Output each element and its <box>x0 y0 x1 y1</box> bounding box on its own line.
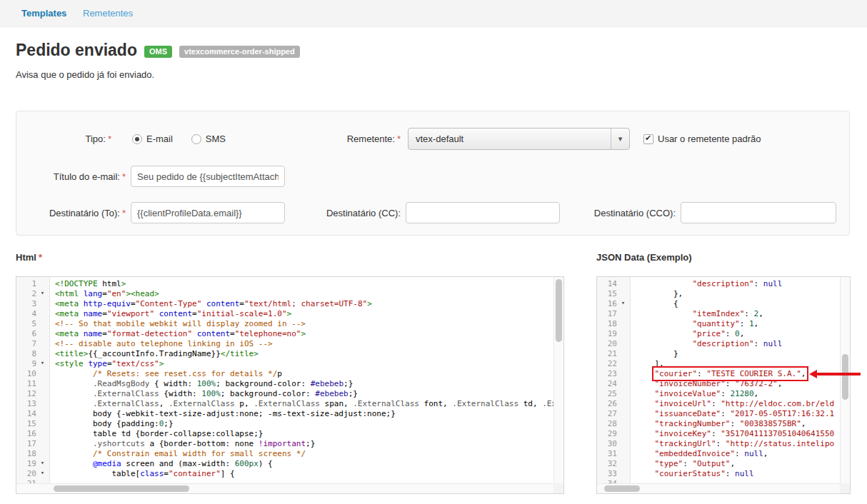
code-line: <meta http-equiv="Content-Type" content=… <box>55 299 553 309</box>
fold-icon[interactable] <box>617 339 629 349</box>
line-number: 20 <box>597 339 630 349</box>
fold-icon[interactable]: ▾ <box>36 469 49 479</box>
code-line: <!-- disable auto telephone linking in i… <box>55 339 553 349</box>
code-line: "embeddedInvoice": null, <box>636 449 840 459</box>
code-line: { <box>636 299 840 309</box>
fold-icon[interactable] <box>617 359 629 369</box>
code-line: "courierStatus": null <box>636 469 840 479</box>
code-line: "price": 0, <box>636 329 840 339</box>
fold-icon[interactable] <box>617 439 629 449</box>
json-editor-code[interactable]: "description": null }, { "itemIndex": 2,… <box>631 277 840 483</box>
fold-icon[interactable] <box>617 469 629 479</box>
destinatario-cc-label: Destinatário (CC): <box>252 202 401 224</box>
code-line: <!-- So that mobile webkit will display … <box>55 319 553 329</box>
line-number: 22 <box>597 359 630 369</box>
fold-icon[interactable] <box>36 399 49 409</box>
line-number: 21 <box>597 349 630 359</box>
fold-icon[interactable] <box>617 309 629 319</box>
fold-icon[interactable]: ▾ <box>36 459 49 469</box>
fold-icon[interactable] <box>617 419 629 429</box>
fold-icon[interactable] <box>617 429 629 439</box>
fold-icon[interactable] <box>36 429 49 439</box>
fold-icon[interactable] <box>36 369 49 379</box>
chevron-down-icon <box>611 128 629 149</box>
code-line: "quantity": 1, <box>636 319 840 329</box>
json-editor-vertical-scrollbar[interactable] <box>840 277 850 483</box>
code-line: <meta name="viewport" content="initial-s… <box>55 309 553 319</box>
line-number: 14 <box>16 409 49 419</box>
code-line: body {padding:0;} <box>55 419 553 429</box>
radio-sms[interactable] <box>191 134 201 144</box>
html-code-editor[interactable]: 12▾3456789▾10111213141516171819▾20▾21 <!… <box>16 276 564 494</box>
fold-icon[interactable] <box>617 399 629 409</box>
fold-icon[interactable] <box>617 349 629 359</box>
fold-icon[interactable] <box>617 319 629 329</box>
required-asterisk: * <box>397 133 401 144</box>
json-editor-horizontal-scrollbar[interactable] <box>597 483 840 493</box>
fold-icon[interactable] <box>36 449 49 459</box>
html-editor-horizontal-scrollbar[interactable] <box>16 483 553 493</box>
to-label-text: Destinatário (To): <box>49 208 120 218</box>
scrollbar-thumb[interactable] <box>54 485 189 492</box>
titulo-email-input[interactable] <box>131 166 285 187</box>
fold-icon[interactable] <box>617 409 629 419</box>
fold-icon[interactable] <box>617 329 629 339</box>
fold-icon[interactable] <box>617 379 629 389</box>
remetente-select[interactable]: vtex-default <box>408 128 630 150</box>
code-line: .yshortcuts a {border-bottom: none !impo… <box>55 439 553 449</box>
line-number: 4 <box>16 309 49 319</box>
code-line: .ReadMsgBody { width: 100%; background-c… <box>55 379 553 389</box>
fold-icon[interactable] <box>617 289 629 299</box>
code-line: <style type="text/css"> <box>55 359 553 369</box>
destinatario-to-label: Destinatário (To):* <box>16 202 126 224</box>
destinatario-cco-input[interactable] <box>681 202 836 223</box>
vtex-message-center-template-page: Templates Remetentes Pedido enviado OMS … <box>0 0 867 504</box>
fold-icon[interactable] <box>36 379 49 389</box>
code-line: body {-webkit-text-size-adjust:none; -ms… <box>55 409 553 419</box>
html-editor-code[interactable]: <!DOCTYPE html><html lang="en"><head><me… <box>51 277 553 483</box>
tab-templates[interactable]: Templates <box>21 8 66 19</box>
fold-icon[interactable] <box>36 349 49 359</box>
fold-icon[interactable] <box>36 329 49 339</box>
fold-icon[interactable] <box>617 449 629 459</box>
fold-icon[interactable] <box>36 409 49 419</box>
fold-icon[interactable] <box>36 439 49 449</box>
usar-remetente-checkbox[interactable] <box>643 134 653 144</box>
fold-icon[interactable] <box>36 309 49 319</box>
fold-icon[interactable] <box>617 459 629 469</box>
fold-icon[interactable]: ▾ <box>36 359 49 369</box>
scrollbar-corner <box>553 483 563 493</box>
fold-icon[interactable] <box>36 279 49 289</box>
page-header: Pedido enviado OMS vtexcommerce-order-sh… <box>16 40 300 60</box>
fold-icon[interactable] <box>36 389 49 399</box>
code-line: table td {border-collapse:collapse;} <box>55 429 553 439</box>
code-line: "itemIndex": 2, <box>636 309 840 319</box>
radio-email[interactable] <box>132 134 142 144</box>
line-number: 15 <box>16 419 49 429</box>
scrollbar-thumb[interactable] <box>556 279 562 342</box>
line-number: 6 <box>16 329 49 339</box>
html-editor-vertical-scrollbar[interactable] <box>553 277 563 483</box>
required-asterisk: * <box>122 171 126 182</box>
template-settings-panel: Tipo:* E-mail SMS Remetente:* vtex-defau… <box>16 111 850 236</box>
fold-icon[interactable] <box>36 299 49 309</box>
fold-icon[interactable]: ▾ <box>36 289 49 299</box>
line-number: 2▾ <box>16 289 49 299</box>
line-number: 31 <box>597 449 630 459</box>
code-line: @media screen and (max-width: 600px) { <box>55 459 553 469</box>
fold-icon[interactable] <box>36 419 49 429</box>
fold-icon[interactable] <box>617 389 629 399</box>
fold-icon[interactable] <box>36 339 49 349</box>
code-line: "invoiceKey": "35170411137051040641550 <box>636 429 840 439</box>
scrollbar-thumb[interactable] <box>604 485 640 492</box>
tab-remetentes[interactable]: Remetentes <box>83 8 133 19</box>
fold-icon[interactable] <box>36 319 49 329</box>
fold-icon[interactable] <box>617 369 629 379</box>
code-line: "invoiceValue": 21280, <box>636 389 840 399</box>
tipo-radio-group: E-mail SMS <box>132 128 226 150</box>
line-number: 10 <box>16 369 49 379</box>
line-number: 17 <box>16 439 49 449</box>
fold-icon[interactable]: ▾ <box>617 299 629 309</box>
fold-icon[interactable] <box>617 279 629 289</box>
json-data-editor[interactable]: 141516▾171819202122232425262728293031323… <box>596 276 851 494</box>
